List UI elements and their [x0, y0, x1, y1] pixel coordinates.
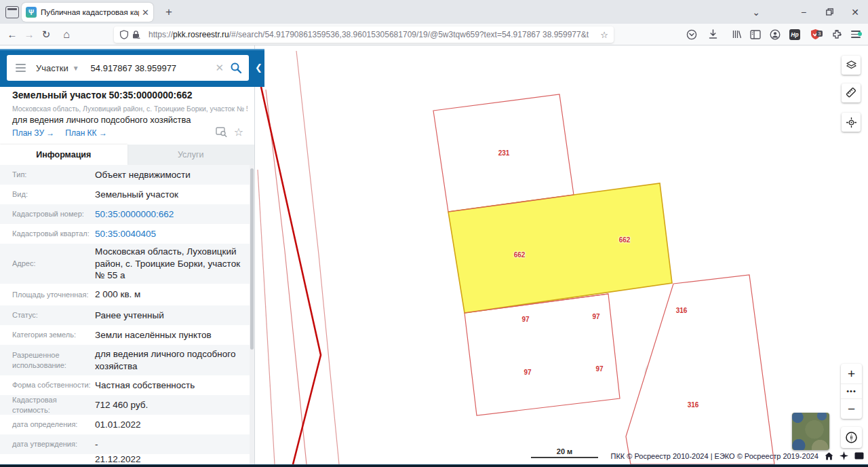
info-panel: Участки ▼ 54.917867 38.959977 ✕ ❮ Земель…: [0, 45, 255, 464]
overview-minimap[interactable]: [792, 413, 829, 450]
plan-kk-link[interactable]: План КК →: [65, 128, 107, 138]
plan-zu-link[interactable]: План ЗУ →: [12, 128, 54, 138]
info-row: Статус:Ранее учтенный: [0, 305, 250, 325]
target-coordinates-button[interactable]: [842, 113, 861, 132]
info-row-value: для ведения личного подсобного хозяйства: [95, 348, 241, 372]
info-row-value: Земли населённых пунктов: [95, 329, 241, 341]
back-icon[interactable]: ←: [4, 24, 20, 45]
info-row-value: Объект недвижимости: [95, 169, 241, 181]
cadastral-map-svg: циан: [255, 45, 868, 464]
lock-icon[interactable]: [132, 30, 140, 39]
zoom-in-button[interactable]: +: [841, 364, 862, 384]
info-row-label: Категория земель:: [12, 330, 95, 340]
info-row-label: Тип:: [12, 170, 95, 180]
quarter-boundary-line: [261, 87, 321, 464]
boundary-line: [258, 170, 275, 464]
close-window-icon[interactable]: ✕: [845, 0, 865, 24]
preview-document-icon[interactable]: [216, 127, 227, 137]
info-row-value: -: [95, 438, 241, 451]
info-row: Площадь уточненная:2 000 кв. м: [0, 284, 250, 305]
map-canvas[interactable]: циан 23166266297979797316316: [255, 45, 868, 464]
list-tabs-icon[interactable]: ⌄: [746, 0, 766, 24]
restore-icon[interactable]: [819, 0, 840, 24]
boundary-line: [296, 51, 339, 464]
extensions-puzzle-icon[interactable]: [829, 24, 845, 45]
info-row-value: Ранее учтенный: [95, 310, 241, 322]
boundary-line: [266, 90, 307, 464]
clear-search-icon[interactable]: ✕: [215, 62, 224, 74]
account-icon[interactable]: [767, 24, 783, 45]
bottom-edge: [0, 464, 868, 467]
info-row: дата определения:01.01.2022: [0, 415, 250, 434]
info-row: Разрешенное использование:для ведения ли…: [0, 345, 250, 375]
hp-extension-icon[interactable]: Hp: [787, 24, 803, 45]
search-submit-icon[interactable]: [230, 62, 242, 74]
info-row: Кадастровый номер:50:35:0000000:662: [0, 204, 250, 224]
info-row-label: Кадастровая стоимость:: [12, 395, 95, 415]
parcel-number-label: 97: [592, 313, 599, 320]
search-input[interactable]: Участки ▼ 54.917867 38.959977 ✕: [7, 55, 249, 81]
layers-button[interactable]: [842, 56, 861, 75]
info-row-label: Разрешенное использование:: [12, 350, 95, 371]
tracking-shield-icon[interactable]: [119, 30, 129, 39]
info-row-label: Адрес:: [12, 259, 95, 269]
my-location-icon[interactable]: [840, 451, 848, 460]
info-row-label: Кадастровый квартал:: [12, 229, 95, 239]
search-query-text[interactable]: 54.917867 38.959977: [91, 63, 216, 73]
home-icon[interactable]: ⌂: [58, 24, 75, 45]
parcel-number-label: 662: [619, 236, 631, 244]
measure-ruler-button[interactable]: [842, 83, 861, 102]
info-row-label: Вид:: [12, 189, 95, 200]
collapse-panel-icon[interactable]: ❮: [255, 62, 262, 73]
adblock-shield-icon[interactable]: 3: [807, 24, 823, 45]
extension-badge: 3: [816, 31, 822, 37]
info-row: Форма собственности:Частная собственност…: [0, 375, 250, 395]
panel-tabs: Информация Услуги: [0, 145, 254, 165]
downloads-icon[interactable]: [705, 24, 721, 45]
menu-icon[interactable]: [848, 24, 864, 45]
favorite-star-icon[interactable]: ☆: [234, 127, 243, 137]
browser-window: Ψ Публичная кадастровая карта ✕ + ⌄ − ✕ …: [0, 0, 868, 467]
parcel-number-label: 97: [521, 316, 529, 323]
parcel-usage-text: для ведения личного подсобного хозяйства: [12, 115, 191, 125]
zoom-out-button[interactable]: −: [841, 399, 862, 419]
menu-hamburger-icon[interactable]: [16, 67, 26, 69]
bookmark-star-icon[interactable]: ☆: [600, 30, 608, 40]
fullscreen-icon[interactable]: [854, 452, 864, 460]
chevron-down-icon[interactable]: ▼: [73, 64, 79, 72]
reload-icon[interactable]: ↻: [38, 24, 54, 45]
search-bar: Участки ▼ 54.917867 38.959977 ✕ ❮: [0, 49, 264, 87]
menu-notification-dot: [858, 32, 862, 36]
home-extent-icon[interactable]: [825, 452, 833, 460]
map-attribution: ПКК © Росреестр 2010-2024 | ЕЭКО © Росре…: [611, 451, 865, 460]
tab-strip: Ψ Публичная кадастровая карта ✕ + ⌄ − ✕: [0, 0, 868, 24]
minimize-icon[interactable]: −: [793, 0, 814, 24]
scrollbar-thumb[interactable]: [250, 168, 254, 350]
info-row: Кадастровая стоимость:712 460 руб.: [0, 395, 250, 415]
url-bar[interactable]: https://pkk.rosreestr.ru/#/search/54.917…: [114, 26, 614, 43]
info-row-value-link[interactable]: 50:35:0000000:662: [95, 208, 241, 221]
info-row-value: Земельный участок: [95, 189, 241, 201]
sidebar-icon[interactable]: [747, 24, 764, 45]
panel-scrollbar[interactable]: [250, 165, 254, 464]
parcel-number-label: 662: [514, 251, 526, 259]
tab-services[interactable]: Услуги: [127, 145, 255, 165]
parcel-number-label: 316: [676, 307, 688, 314]
search-category-select[interactable]: Участки: [36, 63, 68, 73]
browser-tab[interactable]: Ψ Публичная кадастровая карта ✕: [22, 3, 153, 22]
attribution-text: ПКК © Росреестр 2010-2024 | ЕЭКО © Росре…: [611, 452, 819, 460]
parcel-address-subtitle: Московская область, Луховицкий район, с.…: [12, 105, 248, 113]
info-row-label: дата утверждения:: [12, 439, 95, 449]
tab-close-icon[interactable]: ✕: [142, 7, 149, 18]
pocket-icon[interactable]: [684, 24, 700, 45]
locate-compass-button[interactable]: [841, 427, 862, 448]
forward-icon[interactable]: →: [21, 24, 37, 45]
new-tab-button[interactable]: +: [160, 3, 178, 21]
zoom-levels-button[interactable]: •••: [841, 384, 862, 399]
info-row-value-link[interactable]: 50:35:0040405: [95, 228, 241, 240]
firefox-view-icon[interactable]: [5, 6, 19, 18]
result-action-icons: ☆: [216, 127, 243, 137]
tab-information[interactable]: Информация: [0, 145, 127, 165]
parcel-316[interactable]: [626, 275, 774, 464]
library-icon[interactable]: [728, 24, 745, 45]
